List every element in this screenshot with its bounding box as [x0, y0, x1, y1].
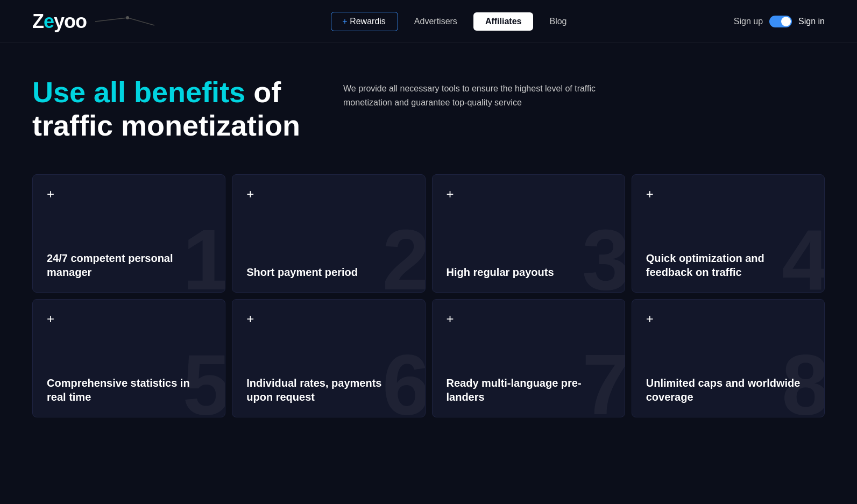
- nav-blog[interactable]: Blog: [537, 12, 578, 31]
- benefit-card-1[interactable]: +24/7 competent personal manager1: [32, 174, 225, 293]
- theme-toggle[interactable]: [769, 16, 792, 27]
- card-plus-icon: +: [246, 313, 410, 325]
- card-title: Comprehensive statistics in real time: [47, 376, 211, 404]
- hero-title-highlight: Use all benefits: [32, 76, 245, 108]
- header-right: Sign up Sign in: [734, 16, 825, 27]
- sign-up-button[interactable]: Sign up: [734, 17, 763, 26]
- card-plus-icon: +: [646, 313, 810, 325]
- card-title: Quick optimization and feedback on traff…: [646, 251, 810, 279]
- hero-title: Use all benefits oftraffic monetization: [32, 75, 300, 142]
- benefit-card-4[interactable]: +Quick optimization and feedback on traf…: [632, 174, 825, 293]
- svg-line-0: [95, 18, 128, 22]
- header: Zeyoo Rewardis Advertisers Affiliates Bl…: [0, 0, 857, 43]
- card-plus-icon: +: [246, 188, 410, 201]
- card-plus-icon: +: [447, 313, 611, 325]
- logo-text: Zeyoo: [32, 12, 87, 31]
- hero-left: Use all benefits oftraffic monetization: [32, 75, 300, 142]
- logo-decoration: [95, 13, 154, 30]
- card-number: 3: [582, 217, 625, 293]
- nav-advertisers[interactable]: Advertisers: [402, 12, 469, 31]
- benefit-card-5[interactable]: +Comprehensive statistics in real time5: [32, 299, 225, 417]
- card-title: Unlimited caps and worldwide coverage: [646, 376, 810, 404]
- card-title: Short payment period: [246, 265, 410, 279]
- hero-section: Use all benefits oftraffic monetization …: [0, 43, 857, 164]
- benefit-card-2[interactable]: +Short payment period2: [232, 174, 425, 293]
- card-title: 24/7 competent personal manager: [47, 251, 211, 279]
- benefit-card-7[interactable]: +Ready multi-language pre-landers7: [432, 299, 625, 417]
- hero-right: We provide all necessary tools to ensure…: [343, 75, 644, 109]
- nav-rewardis[interactable]: Rewardis: [331, 12, 398, 31]
- benefit-card-6[interactable]: +Individual rates, payments upon request…: [232, 299, 425, 417]
- svg-line-1: [128, 18, 154, 25]
- card-plus-icon: +: [646, 188, 810, 201]
- card-title: Individual rates, payments upon request: [246, 376, 410, 404]
- benefit-card-3[interactable]: +High regular payouts3: [432, 174, 625, 293]
- card-plus-icon: +: [447, 188, 611, 201]
- svg-point-2: [126, 16, 129, 19]
- card-number: 2: [383, 217, 426, 293]
- logo: Zeyoo: [32, 12, 154, 31]
- benefit-card-8[interactable]: +Unlimited caps and worldwide coverage8: [632, 299, 825, 417]
- main-nav: Rewardis Advertisers Affiliates Blog: [176, 12, 734, 31]
- nav-affiliates[interactable]: Affiliates: [473, 12, 534, 31]
- card-plus-icon: +: [47, 188, 211, 201]
- card-title: High regular payouts: [447, 265, 611, 279]
- hero-description: We provide all necessary tools to ensure…: [343, 82, 644, 109]
- benefits-grid: +24/7 competent personal manager1+Short …: [0, 164, 857, 450]
- sign-in-button[interactable]: Sign in: [798, 17, 825, 26]
- card-title: Ready multi-language pre-landers: [447, 376, 611, 404]
- card-plus-icon: +: [47, 313, 211, 325]
